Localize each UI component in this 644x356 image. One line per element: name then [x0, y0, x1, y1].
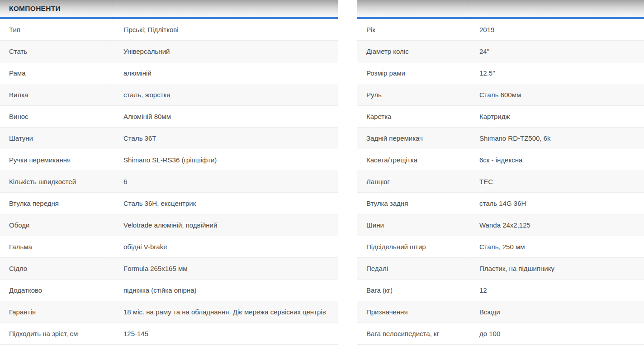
- spec-page: КОМПОНЕНТИ ТипГірські; ПідлітковіСтатьУн…: [0, 0, 644, 356]
- spec-value: обідні V-brake: [112, 237, 338, 257]
- spec-row: КареткаКартридж: [357, 106, 644, 128]
- components-spec-table: КОМПОНЕНТИ ТипГірські; ПідлітковіСтатьУн…: [0, 0, 338, 345]
- spec-row: ПризначенняВсюди: [357, 301, 644, 323]
- spec-row: Підсідельний штирСталь, 250 мм: [357, 236, 644, 258]
- column-divider: [112, 0, 112, 345]
- spec-row: ВиносАлюміній 80мм: [0, 106, 338, 128]
- spec-label: Рік: [357, 19, 467, 40]
- spec-label: Касета/трещітка: [357, 150, 467, 170]
- spec-value: Картридж: [467, 106, 644, 127]
- spec-row: ОбодиVelotrade алюміній, подвійний: [0, 214, 338, 236]
- spec-value: Сталь 36Н, ексцентрик: [112, 193, 338, 214]
- spec-value: Wanda 24x2,125: [467, 215, 644, 235]
- spec-label: Підсідельний штир: [357, 237, 467, 257]
- spec-value: Алюміній 80мм: [112, 106, 338, 127]
- spec-value: 2019: [467, 19, 644, 40]
- spec-label: Підходить на зріст, см: [0, 323, 112, 344]
- general-spec-table: Рік2019Діаметр коліс24"Розмір рами12.5"Р…: [357, 0, 644, 345]
- spec-label: Втулка передня: [0, 193, 112, 214]
- spec-value: Сталь, 250 мм: [467, 237, 644, 257]
- spec-label: Стать: [0, 41, 112, 62]
- spec-value: Shimano SL-RS36 (гріпшіфти): [112, 150, 338, 170]
- spec-label: Рама: [0, 63, 112, 83]
- spec-value: 125-145: [112, 323, 338, 344]
- spec-value: Shimano RD-TZ500, 6k: [467, 128, 644, 148]
- spec-label: Гальма: [0, 237, 112, 257]
- spec-label: Шатуни: [0, 128, 112, 148]
- spec-row: Втулка передняСталь 36Н, ексцентрик: [0, 193, 338, 214]
- spec-label: Руль: [357, 85, 467, 105]
- spec-label: Вага (кг): [357, 280, 467, 300]
- spec-label: Гарантія: [0, 302, 112, 322]
- spec-row: ШиниWanda 24x2,125: [357, 214, 644, 236]
- spec-rows: Рік2019Діаметр коліс24"Розмір рами12.5"Р…: [357, 19, 644, 345]
- spec-value: Всюди: [467, 302, 644, 322]
- spec-row: Рамаалюміній: [0, 62, 338, 84]
- table-header: [357, 0, 644, 17]
- spec-value: сталь 14G 36H: [467, 193, 644, 214]
- spec-row: Вага (кг)12: [357, 280, 644, 301]
- spec-row: ПедаліПластик, на підшипнику: [357, 258, 644, 280]
- spec-value: Універсальний: [112, 41, 338, 62]
- spec-label: Задній перемикач: [357, 128, 467, 148]
- spec-label: Каретка: [357, 106, 467, 127]
- spec-label: Діаметр коліс: [357, 41, 467, 62]
- spec-row: Кількість швидкостей6: [0, 171, 338, 193]
- spec-label: Ручки перемикання: [0, 150, 112, 170]
- spec-label: Ободи: [0, 215, 112, 235]
- spec-row: ТипГірські; Підліткові: [0, 19, 338, 41]
- spec-row: ШатуниСталь 36Т: [0, 128, 338, 149]
- table-header: КОМПОНЕНТИ: [0, 0, 338, 17]
- spec-value: сталь, жорстка: [112, 85, 338, 105]
- spec-value: TEC: [467, 171, 644, 192]
- spec-row: Вага велосипедиста, кгдо 100: [357, 323, 644, 345]
- spec-row: Гарантія18 міс. на раму та на обладнання…: [0, 301, 338, 323]
- spec-row: Розмір рами12.5": [357, 62, 644, 84]
- table-title: КОМПОНЕНТИ: [9, 5, 61, 13]
- spec-label: Втулка задня: [357, 193, 467, 214]
- spec-label: Призначення: [357, 302, 467, 322]
- spec-value: Сталь 36Т: [112, 128, 338, 148]
- spec-row: СідлоFormula 265x165 мм: [0, 258, 338, 280]
- spec-value: Сталь 600мм: [467, 85, 644, 105]
- spec-value: 6: [112, 171, 338, 192]
- spec-row: Задній перемикачShimano RD-TZ500, 6k: [357, 128, 644, 149]
- spec-value: Гірські; Підліткові: [112, 19, 338, 40]
- spec-value: 24": [467, 41, 644, 62]
- spec-row: ЛанцюгTEC: [357, 171, 644, 193]
- spec-label: Вага велосипедиста, кг: [357, 323, 467, 344]
- spec-row: Ручки перемиканняShimano SL-RS36 (гріпші…: [0, 149, 338, 171]
- spec-row: Рік2019: [357, 19, 644, 41]
- spec-value: алюміній: [112, 63, 338, 83]
- spec-rows: ТипГірські; ПідлітковіСтатьУніверсальний…: [0, 19, 338, 345]
- spec-value: Formula 265x165 мм: [112, 258, 338, 279]
- spec-label: Тип: [0, 19, 112, 40]
- spec-row: Гальмаобідні V-brake: [0, 236, 338, 258]
- spec-value: до 100: [467, 323, 644, 344]
- spec-row: Діаметр коліс24": [357, 41, 644, 62]
- spec-label: Педалі: [357, 258, 467, 279]
- spec-row: Втулка заднясталь 14G 36H: [357, 193, 644, 214]
- spec-label: Вилка: [0, 85, 112, 105]
- spec-row: Підходить на зріст, см125-145: [0, 323, 338, 345]
- spec-row: РульСталь 600мм: [357, 84, 644, 106]
- spec-label: Шини: [357, 215, 467, 235]
- spec-value: 6ск - індексна: [467, 150, 644, 170]
- spec-row: Вилкасталь, жорстка: [0, 84, 338, 106]
- spec-row: Касета/трещітка6ск - індексна: [357, 149, 644, 171]
- spec-row: СтатьУніверсальний: [0, 41, 338, 62]
- spec-value: 12.5": [467, 63, 644, 83]
- spec-value: 18 міс. на раму та на обладнання. Діє ме…: [112, 302, 338, 322]
- spec-value: Пластик, на підшипнику: [467, 258, 644, 279]
- spec-label: Винос: [0, 106, 112, 127]
- spec-value: підніжка (стійка опірна): [112, 280, 338, 300]
- spec-label: Кількість швидкостей: [0, 171, 112, 192]
- spec-row: Додатковопідніжка (стійка опірна): [0, 280, 338, 301]
- spec-label: Додатково: [0, 280, 112, 300]
- spec-label: Ланцюг: [357, 171, 467, 192]
- spec-label: Сідло: [0, 258, 112, 279]
- column-divider: [467, 0, 467, 345]
- spec-value: 12: [467, 280, 644, 300]
- spec-label: Розмір рами: [357, 63, 467, 83]
- spec-value: Velotrade алюміній, подвійний: [112, 215, 338, 235]
